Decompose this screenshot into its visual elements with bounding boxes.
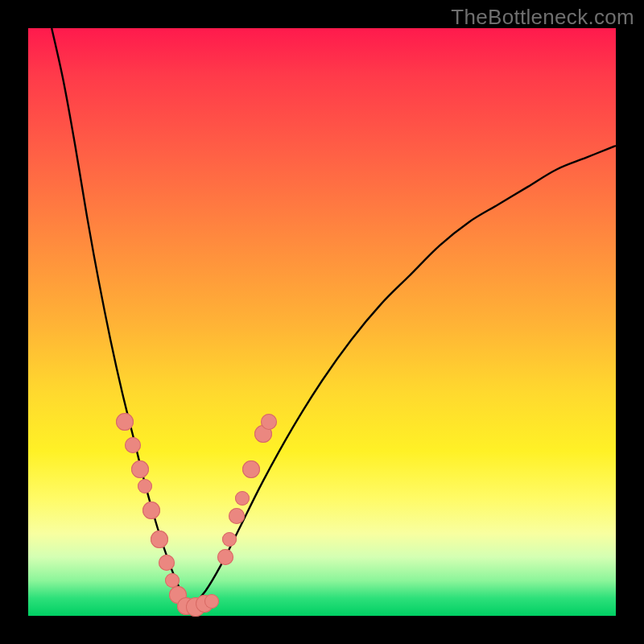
scatter-dot bbox=[229, 508, 245, 524]
scatter-dot bbox=[116, 413, 134, 431]
plot-area bbox=[28, 28, 616, 616]
scatter-dot bbox=[159, 555, 175, 571]
scatter-dot bbox=[204, 594, 219, 609]
scatter-dot bbox=[222, 532, 237, 547]
scatter-dot bbox=[261, 414, 277, 430]
curve-right bbox=[187, 146, 616, 610]
scatter-dot bbox=[242, 460, 260, 478]
scatter-dot bbox=[217, 549, 233, 565]
scatter-dot bbox=[138, 479, 152, 493]
watermark-text: TheBottleneck.com bbox=[451, 5, 634, 30]
scatter-dot bbox=[151, 530, 168, 548]
curves-svg bbox=[28, 28, 616, 616]
scatter-dot bbox=[131, 460, 149, 478]
scatter-dot bbox=[142, 502, 160, 519]
curve-left bbox=[52, 28, 187, 610]
scatter-dot bbox=[125, 437, 141, 453]
scatter-dot bbox=[235, 491, 250, 506]
chart-frame: TheBottleneck.com bbox=[0, 0, 644, 644]
